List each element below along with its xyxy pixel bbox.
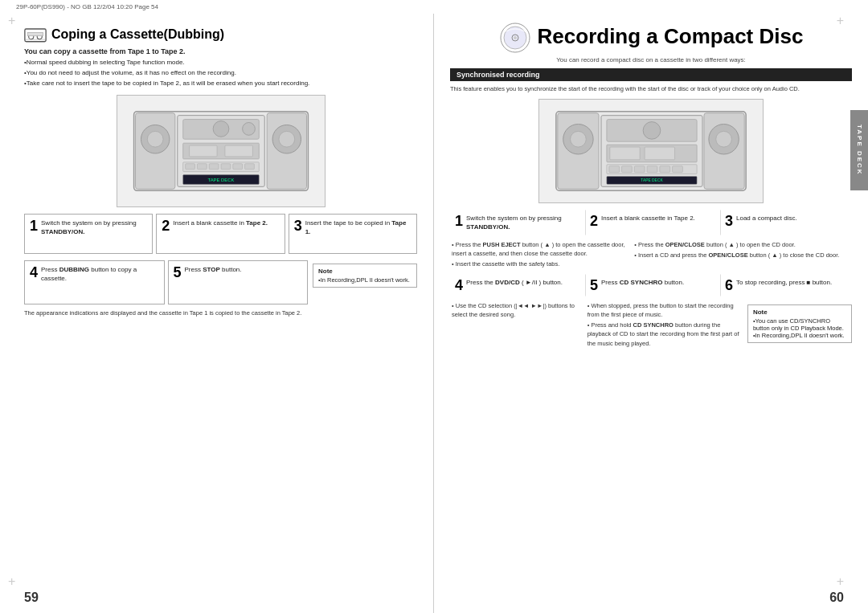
right-step-6: 6 To stop recording, press ■ button. [720, 274, 852, 296]
right-step-4-number: 4 [455, 278, 463, 292]
svg-rect-17 [224, 145, 252, 157]
svg-rect-23 [232, 164, 242, 170]
svg-rect-21 [209, 164, 219, 170]
svg-point-11 [278, 131, 294, 147]
right-step-6-text: To stop recording, press ■ button. [725, 278, 847, 287]
right-step-3-text: Load a compact disc. [725, 214, 847, 223]
right-page: + Recording a Compact Disc You can recor… [434, 14, 868, 613]
cd-selection-text: • Use the CD selection (|◄◄ ►►|) buttons… [452, 301, 579, 320]
right-step-1-number: 1 [455, 214, 463, 228]
left-bullets: •Normal speed dubbing in selecting Tape … [24, 58, 417, 88]
right-note-line-1: •You can use CD/SYNCHRO button only in C… [753, 317, 846, 332]
right-note-1: • Press the OPEN/CLOSE button ( ▲ ) to o… [634, 240, 850, 249]
svg-rect-51 [673, 166, 683, 172]
cd-selection-note: • Use the CD selection (|◄◄ ►►|) buttons… [450, 301, 581, 320]
left-title: Coping a Cassette(Dubbing) [51, 27, 224, 42]
right-title: Recording a Compact Disc [538, 24, 804, 49]
right-note-2: • Insert a CD and press the OPEN/CLOSE b… [634, 251, 850, 260]
right-stereo-svg: TAPE DECK [539, 100, 763, 202]
left-note-area: Note •In Recording,DPL II doesn't work. [313, 260, 417, 318]
svg-point-27 [242, 123, 255, 136]
left-note-text: •In Recording,DPL II doesn't work. [318, 276, 411, 284]
svg-text:TAPE DECK: TAPE DECK [207, 178, 234, 182]
reg-mark-tl: + [8, 14, 15, 28]
stop-note-1: • When stopped, press the button to star… [588, 301, 741, 320]
right-step-2-text: Insert a blank cassette in Tape 2. [590, 214, 712, 223]
svg-rect-49 [647, 166, 657, 172]
svg-rect-20 [197, 164, 207, 170]
bullet-2: •You do not need to adjust the volume, a… [24, 68, 417, 78]
reg-mark-bl: + [8, 574, 15, 589]
right-note-line-2: •In Recording,DPL II doesn't work. [753, 332, 846, 339]
svg-rect-50 [660, 166, 670, 172]
reg-mark-tr: + [837, 14, 844, 28]
svg-rect-16 [189, 145, 216, 157]
header-text: 29P-60P(DS990) - NO GB 12/2/04 10:20 Pag… [16, 3, 158, 10]
step-5-number: 5 [174, 265, 182, 280]
bullet-3: •Take care not to insert the tape to be … [24, 79, 417, 88]
step-1-text: Switch the system on by pressing STANDBY… [30, 219, 147, 236]
right-step-1-text: Switch the system on by pressing STANDBY… [455, 214, 577, 231]
svg-rect-22 [221, 164, 231, 170]
right-title-area: Recording a Compact Disc [450, 22, 852, 54]
right-device-image: TAPE DECK [538, 99, 764, 203]
svg-rect-47 [622, 166, 633, 172]
middle-left-notes: • Press the PUSH EJECT button ( ▲ ) to o… [450, 240, 629, 271]
right-subtitle: You can record a compact disc on a casse… [450, 56, 852, 63]
step-4-left: 4 Press DUBBING button to copy a cassett… [24, 260, 165, 304]
right-steps-row2: 4 Press the DVD/CD ( ►/II ) button. 5 Pr… [450, 274, 852, 296]
bullet-note-2: • Insert the cassette with the safety ta… [452, 260, 628, 268]
right-note-box-col: Note •You can use CD/SYNCHRO button only… [747, 301, 852, 349]
step-3-left: 3 Insert the tape to be copied in Tape 1… [289, 214, 417, 254]
svg-rect-46 [609, 166, 620, 172]
svg-rect-43 [610, 147, 640, 160]
cd-selection-col: • Use the CD selection (|◄◄ ►►|) buttons… [450, 301, 581, 349]
bullet-1: •Normal speed dubbing in selecting Tape … [24, 58, 417, 67]
left-note-box: Note •In Recording,DPL II doesn't work. [313, 264, 417, 288]
cd-icon [499, 22, 531, 54]
svg-rect-44 [645, 147, 674, 160]
bullet-note-1: • Press the PUSH EJECT button ( ▲ ) to o… [452, 240, 628, 259]
svg-point-35 [571, 131, 587, 147]
step-2-number: 2 [162, 219, 170, 233]
bullet-notes: • Press the PUSH EJECT button ( ▲ ) to o… [450, 240, 629, 269]
step-4-number: 4 [30, 265, 38, 280]
stop-note-2: • Press and hold CD SYNCHRO button durin… [588, 321, 741, 348]
stop-notes: • When stopped, press the button to star… [586, 301, 743, 348]
steps-row1: 1 Switch the system on by pressing STAND… [24, 214, 417, 254]
right-note-box: Note •You can use CD/SYNCHRO button only… [747, 304, 852, 343]
left-stereo-svg: TAPE DECK [117, 96, 325, 206]
additional-text: The appearance indications are displayed… [24, 309, 308, 318]
right-step-6-number: 6 [725, 278, 733, 292]
right-step-5-text: Press CD SYNCHRO button. [590, 278, 712, 287]
right-step-2-number: 2 [590, 214, 598, 228]
header-bar: 29P-60P(DS990) - NO GB 12/2/04 10:20 Pag… [0, 0, 868, 14]
svg-point-38 [716, 131, 732, 147]
step-5-text: Press STOP button. [174, 265, 303, 274]
right-step-1: 1 Switch the system on by pressing STAND… [450, 210, 582, 235]
main-content: + Coping a Cassette(Dubbing) You can cop… [0, 14, 868, 613]
svg-point-14 [213, 121, 229, 137]
steps-row2-container: 4 Press DUBBING button to copy a cassett… [24, 260, 417, 318]
step-1-left: 1 Switch the system on by pressing STAND… [24, 214, 153, 254]
middle-right-notes: • Press the OPEN/CLOSE button ( ▲ ) to o… [633, 240, 852, 271]
step-1-number: 1 [30, 219, 38, 233]
cassette-icon [24, 27, 47, 43]
svg-point-31 [514, 36, 517, 39]
page-number-right: 60 [829, 591, 844, 605]
right-step-4: 4 Press the DVD/CD ( ►/II ) button. [450, 274, 582, 296]
step-2-left: 2 Insert a blank cassette in Tape 2. [156, 214, 285, 254]
step-5-left: 5 Press STOP button. [168, 260, 309, 304]
section-description: This feature enables you to synchronize … [450, 85, 852, 94]
right-step-5-number: 5 [590, 278, 598, 292]
svg-point-41 [643, 121, 661, 139]
svg-rect-48 [634, 166, 645, 172]
tape-deck-label: TAPE DECK [850, 110, 868, 190]
step-2-text: Insert a blank cassette in Tape 2. [162, 219, 279, 227]
left-note-title: Note [318, 268, 411, 275]
svg-rect-3 [27, 32, 43, 35]
stop-notes-col: • When stopped, press the button to star… [586, 301, 743, 349]
right-steps-row1: 1 Switch the system on by pressing STAND… [450, 210, 852, 235]
right-middle: • Press the PUSH EJECT button ( ▲ ) to o… [450, 240, 852, 271]
right-step-2: 2 Insert a blank cassette in Tape 2. [585, 210, 717, 235]
